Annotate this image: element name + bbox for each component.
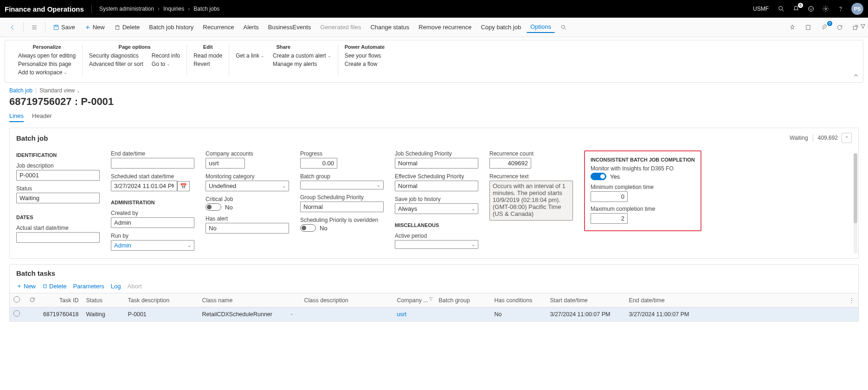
get-a-link[interactable]: Get a link ⌄	[236, 52, 264, 59]
search-actionbar-icon[interactable]	[557, 22, 571, 32]
filter-pane-icon[interactable]	[860, 23, 866, 31]
settings-icon[interactable]	[822, 5, 830, 13]
col-task-description[interactable]: Task description	[124, 293, 198, 307]
active-period-select[interactable]: ⌄	[395, 240, 478, 249]
security-diagnostics[interactable]: Security diagnostics	[89, 52, 143, 59]
manage-my-alerts[interactable]: Manage my alerts	[273, 61, 331, 67]
monitoring-category-select[interactable]: Undefined⌄	[206, 181, 289, 191]
always-open-editing[interactable]: Always open for editing	[18, 52, 76, 59]
copy-batch-job-button[interactable]: Copy batch job	[477, 22, 525, 32]
scheduling-override-toggle[interactable]: No	[300, 224, 384, 232]
tasks-grid: Task ID Status Task description Class na…	[10, 293, 858, 321]
see-your-flows[interactable]: See your flows	[345, 52, 381, 59]
delete-button[interactable]: Delete	[110, 22, 144, 32]
help-icon[interactable]	[836, 5, 845, 13]
topbar: Finance and Operations System administra…	[0, 0, 868, 18]
cell-task-description: P-0001	[124, 307, 198, 321]
refresh-icon[interactable]	[833, 22, 847, 32]
page-title: 68719756027 : P-0001	[9, 96, 859, 108]
go-to[interactable]: Go to ⌄	[152, 61, 180, 67]
tasks-new-button[interactable]: ＋New	[16, 282, 36, 290]
crumb-3[interactable]: Batch jobs	[193, 6, 219, 12]
status-label: Status	[16, 185, 100, 192]
legal-entity[interactable]: USMF	[753, 6, 769, 12]
svg-point-17	[561, 25, 565, 28]
remove-recurrence-button[interactable]: Remove recurrence	[415, 22, 475, 32]
col-class-name[interactable]: Class name	[198, 293, 300, 307]
search-icon[interactable]	[777, 5, 785, 13]
table-row[interactable]: 68719760418 Waiting P-0001 RetailCDXSche…	[10, 307, 858, 321]
tasks-log-button[interactable]: Log	[111, 283, 121, 290]
svg-point-2	[809, 6, 814, 12]
tasks-delete-button[interactable]: Delete	[42, 283, 67, 290]
collapse-ribbon-icon[interactable]	[853, 72, 859, 80]
list-view-icon[interactable]	[27, 22, 41, 32]
business-events-button[interactable]: BusinessEvents	[264, 22, 315, 32]
read-mode[interactable]: Read mode	[193, 52, 222, 59]
crumb-2[interactable]: Inquiries	[163, 6, 184, 12]
company-accounts-field[interactable]	[206, 158, 245, 169]
monitoring-category-label: Monitoring category	[206, 173, 289, 180]
new-button[interactable]: New	[81, 22, 109, 32]
row-select-radio[interactable]	[13, 310, 20, 317]
feedback-icon[interactable]	[807, 5, 815, 13]
save-history-select[interactable]: Always⌄	[395, 203, 478, 214]
cell-batch-group	[435, 307, 490, 321]
panel-scrollbar[interactable]	[854, 153, 857, 254]
personalize-this-page[interactable]: Personalize this page	[18, 61, 76, 67]
save-button[interactable]: Save	[49, 22, 79, 32]
user-avatar[interactable]: PS	[851, 3, 863, 15]
critical-job-toggle[interactable]: No	[206, 203, 289, 211]
batch-group-select[interactable]: ⌄	[300, 181, 384, 189]
attachments-icon[interactable]: 0	[817, 22, 831, 32]
advanced-filter-sort[interactable]: Advanced filter or sort	[89, 61, 143, 67]
cell-company[interactable]: usrt	[393, 307, 435, 321]
col-start[interactable]: Start date/time	[546, 293, 625, 307]
add-to-workspace[interactable]: Add to workspace ⌄	[18, 69, 76, 76]
col-batch-group[interactable]: Batch group	[435, 293, 490, 307]
view-selector[interactable]: Standard view ⌄	[39, 87, 80, 94]
generated-files-button: Generated files	[316, 22, 365, 32]
col-has-conditions[interactable]: Has conditions	[490, 293, 546, 307]
ribbon-edit-title: Edit	[193, 44, 222, 50]
feature-icon[interactable]	[785, 22, 799, 32]
revert[interactable]: Revert	[193, 61, 222, 67]
miscellaneous-section: MISCELLANEOUS	[395, 222, 478, 228]
run-by-select[interactable]: Admin⌄	[111, 240, 194, 251]
scheduling-override-label: Scheduling Priority is overidden	[300, 217, 384, 223]
batch-job-history-button[interactable]: Batch job history	[145, 22, 197, 32]
svg-rect-20	[853, 26, 856, 29]
change-status-button[interactable]: Change status	[366, 22, 413, 32]
tab-header[interactable]: Header	[32, 112, 52, 122]
create-custom-alert[interactable]: Create a custom alert ⌄	[273, 52, 331, 59]
grid-refresh-icon[interactable]	[29, 297, 36, 303]
min-completion-field[interactable]	[591, 191, 628, 202]
batch-job-link[interactable]: Batch job	[9, 87, 32, 94]
actual-start-label: Actual start date/time	[16, 225, 100, 231]
max-completion-field[interactable]	[591, 213, 628, 224]
col-status[interactable]: Status	[82, 293, 124, 307]
notifications-icon[interactable]: 6	[792, 5, 800, 13]
scheduled-start-field[interactable]	[111, 181, 177, 191]
back-button[interactable]	[6, 22, 19, 32]
tab-lines[interactable]: Lines	[9, 112, 24, 122]
crumb-1[interactable]: System administration	[99, 6, 154, 12]
options-tab[interactable]: Options	[527, 21, 555, 33]
cell-class-name[interactable]: RetailCDXScheduleRunner ⌄	[198, 307, 300, 321]
grid-more-icon[interactable]: ⋮	[849, 297, 855, 304]
collapse-panel-icon[interactable]: ⌃	[842, 133, 852, 143]
tasks-parameters-button[interactable]: Parameters	[73, 283, 104, 290]
monitor-insights-toggle[interactable]: Yes	[591, 173, 695, 180]
create-a-flow[interactable]: Create a flow	[345, 61, 381, 67]
office-icon[interactable]	[801, 22, 815, 32]
col-end[interactable]: End date/time	[625, 293, 845, 307]
alerts-button[interactable]: Alerts	[240, 22, 263, 32]
col-class-description[interactable]: Class description	[300, 293, 393, 307]
record-info[interactable]: Record info	[152, 52, 180, 59]
col-task-id[interactable]: Task ID	[39, 293, 82, 307]
col-company[interactable]: Company ...▽	[393, 293, 435, 307]
recurrence-button[interactable]: Recurrence	[199, 22, 238, 32]
select-all-radio[interactable]	[13, 296, 20, 303]
calendar-icon[interactable]: 📅	[177, 181, 190, 191]
job-description-field[interactable]	[16, 170, 100, 181]
